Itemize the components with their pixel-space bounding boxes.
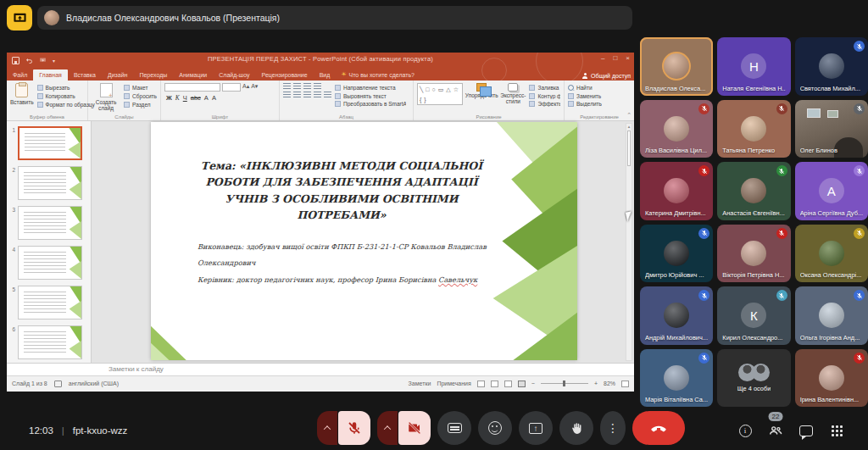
font-style-icon[interactable]: Ж xyxy=(164,94,174,102)
layout-button[interactable]: Макет xyxy=(124,85,157,91)
normal-view-icon[interactable] xyxy=(477,381,485,387)
notes-toggle[interactable]: Заметки xyxy=(409,381,431,386)
participant-tile[interactable]: Ірина Валентинівн... xyxy=(795,349,868,408)
shapes-gallery[interactable]: ╲□○▭△☆{} xyxy=(417,83,463,105)
participant-tile[interactable]: Анастасія Євгеніївн... xyxy=(717,162,790,220)
font-style-buttons[interactable]: ЖКЧabcАА xyxy=(164,94,275,102)
reset-button[interactable]: Сбросить xyxy=(124,93,157,99)
numbering-icon[interactable] xyxy=(293,83,301,90)
font-name-input[interactable] xyxy=(164,83,220,92)
ppt-tab[interactable]: Вставка xyxy=(68,69,102,81)
shape-icon[interactable]: } xyxy=(424,95,426,104)
mic-control[interactable] xyxy=(317,411,370,445)
presenter-pill[interactable]: Владислав Олександрович Ковальов (Презен… xyxy=(37,6,632,30)
window-controls[interactable]: – □ × xyxy=(601,54,630,62)
presenting-indicator-button[interactable] xyxy=(7,5,32,31)
increase-indent-icon[interactable] xyxy=(314,83,321,90)
activities-button[interactable] xyxy=(829,423,844,438)
cut-button[interactable]: Вырезать xyxy=(37,85,95,91)
participant-tile[interactable]: Оксана Олександрі... xyxy=(795,225,868,283)
scrollbar-thumb[interactable] xyxy=(627,131,631,166)
participant-tile[interactable]: ННаталя Євгеніївна Н... xyxy=(717,37,790,96)
slide-thumbnail[interactable] xyxy=(18,325,82,359)
participant-tile[interactable]: Владислав Олекса... xyxy=(640,37,713,96)
current-slide[interactable]: Тема: «ІНКЛЮЗИВНІ МЕТОДИ СОЦІАЛЬНОЇ РОБО… xyxy=(151,122,577,360)
camera-off-button[interactable] xyxy=(398,411,431,445)
shape-icon[interactable]: ☆ xyxy=(453,85,459,94)
shape-icon[interactable]: □ xyxy=(426,85,429,94)
slide-scrollbar[interactable]: ▴ xyxy=(626,123,632,361)
participant-tile[interactable]: Ольга Ігорівна Анд... xyxy=(795,286,868,345)
text-direction-button[interactable]: Направление текста xyxy=(335,85,406,91)
align-right-icon[interactable] xyxy=(303,92,311,98)
shrink-font-icon[interactable]: А▾ xyxy=(251,83,258,92)
camera-options-chevron[interactable] xyxy=(377,411,398,445)
slide-editing-area[interactable]: Тема: «ІНКЛЮЗИВНІ МЕТОДИ СОЦІАЛЬНОЇ РОБО… xyxy=(92,121,634,363)
font-size-input[interactable] xyxy=(222,83,241,92)
font-style-icon[interactable]: Ч xyxy=(181,94,189,102)
replace-button[interactable]: Заменить xyxy=(568,93,602,99)
ppt-tab[interactable]: Слайд-шоу xyxy=(213,69,255,81)
participant-tile[interactable]: Катерина Дмитрівн... xyxy=(640,162,713,220)
ppt-tab[interactable]: Дизайн xyxy=(102,69,134,81)
align-text-button[interactable]: Выровнять текст xyxy=(335,93,406,99)
ppt-tab[interactable]: Рецензирование xyxy=(256,69,314,81)
zoom-level[interactable]: 82% xyxy=(604,381,615,386)
format-painter-button[interactable]: Формат по образцу xyxy=(37,102,95,108)
ppt-tab[interactable]: Главная xyxy=(33,69,68,81)
chat-panel-button[interactable] xyxy=(798,423,814,438)
meeting-details-button[interactable]: i xyxy=(737,423,753,438)
decrease-indent-icon[interactable] xyxy=(303,83,311,90)
reading-view-icon[interactable] xyxy=(504,381,512,387)
fit-slide-icon[interactable] xyxy=(621,381,629,387)
mic-options-chevron[interactable] xyxy=(317,411,337,445)
font-style-icon[interactable]: А xyxy=(210,94,218,102)
bullets-icon[interactable] xyxy=(283,83,291,90)
notes-pane[interactable]: Заметки к слайду xyxy=(7,363,634,375)
grow-font-icon[interactable]: А▴ xyxy=(242,83,249,92)
shape-outline-button[interactable]: Контур фигуры xyxy=(529,93,560,99)
participant-tile[interactable]: Татьяна Петренко xyxy=(717,100,790,158)
close-icon[interactable]: × xyxy=(626,54,630,62)
font-style-icon[interactable]: abc xyxy=(189,94,203,102)
ppt-tab[interactable]: Вид xyxy=(314,69,337,81)
select-button[interactable]: Выделить xyxy=(568,101,602,107)
people-panel-button[interactable]: 22 xyxy=(768,423,783,438)
font-style-icon[interactable]: А xyxy=(203,94,210,102)
participant-tile[interactable]: ККирил Олександро... xyxy=(717,286,790,345)
participant-tile[interactable]: Ще 4 особи xyxy=(717,349,790,408)
more-options-button[interactable]: ⋮ xyxy=(600,411,626,445)
collapse-ribbon-icon[interactable]: ⌃ xyxy=(626,112,632,119)
raise-hand-button[interactable] xyxy=(559,411,593,445)
shape-fill-button[interactable]: Заливка фигуры xyxy=(529,85,560,91)
present-screen-button[interactable]: ↑ xyxy=(519,411,553,445)
columns-icon[interactable] xyxy=(324,92,331,98)
participant-tile[interactable]: Ліза Василівна Цил... xyxy=(640,100,713,158)
tell-me-box[interactable]: ☀ Что вы хотите сделать? xyxy=(336,69,420,81)
copy-button[interactable]: Копировать xyxy=(37,93,95,99)
shape-icon[interactable]: ╲ xyxy=(420,85,423,94)
captions-button[interactable] xyxy=(437,411,471,445)
section-button[interactable]: Раздел xyxy=(124,102,157,108)
slide-thumbnail[interactable] xyxy=(18,286,82,319)
shape-icon[interactable]: ▭ xyxy=(438,85,444,94)
smartart-button[interactable]: Преобразовать в SmartArt xyxy=(335,101,406,107)
slide-thumbnail[interactable] xyxy=(18,166,82,200)
zoom-slider[interactable] xyxy=(541,383,588,384)
participant-tile[interactable]: Дмитро Юрійович ... xyxy=(640,225,713,283)
shape-effects-button[interactable]: Эффекты фигуры xyxy=(529,101,560,107)
comments-toggle[interactable]: Примечания xyxy=(437,381,470,386)
participant-tile[interactable]: Андрій Михайлович... xyxy=(640,286,713,345)
ppt-tab[interactable]: Переходы xyxy=(133,69,173,81)
participant-tile[interactable]: Марія Віталіївна Са... xyxy=(640,349,713,408)
zoom-slider-thumb[interactable] xyxy=(563,381,565,386)
minimize-icon[interactable]: – xyxy=(601,54,604,62)
share-button[interactable]: Общий доступ xyxy=(582,73,631,79)
arrange-button[interactable]: Упорядочить xyxy=(466,83,497,113)
participant-tile[interactable]: Олег Блинов xyxy=(795,100,868,158)
spellcheck-icon[interactable] xyxy=(54,381,62,387)
find-button[interactable]: Найти xyxy=(568,85,602,91)
slide-thumbnail[interactable] xyxy=(18,246,82,280)
slide-thumbnail[interactable] xyxy=(18,206,82,240)
align-center-icon[interactable] xyxy=(293,92,301,98)
